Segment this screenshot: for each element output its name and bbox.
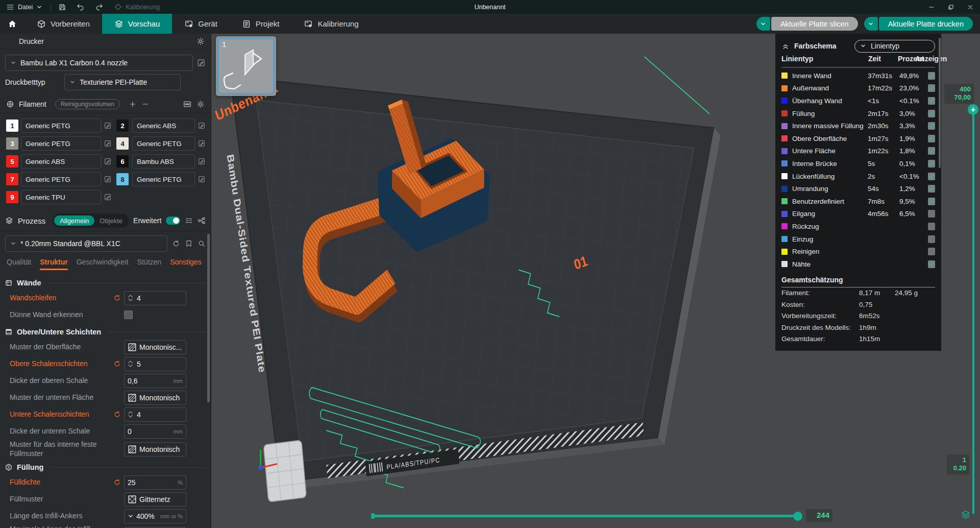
filament-select-7[interactable]: Generic PETG <box>21 172 101 186</box>
legend-visibility-checkbox[interactable] <box>928 185 935 193</box>
legend-visibility-checkbox[interactable] <box>928 135 935 142</box>
filament-slot-3[interactable]: 3 <box>6 137 18 150</box>
printer-settings-gear-icon[interactable] <box>197 37 205 45</box>
file-menu-button[interactable]: Datei <box>0 0 48 14</box>
input-dicke-der-oberen-schale[interactable]: 0,6mm <box>124 374 186 388</box>
legend-visibility-checkbox[interactable] <box>928 122 935 130</box>
legend-visibility-checkbox[interactable] <box>928 97 935 105</box>
parameter-tree-icon[interactable] <box>198 217 206 225</box>
edit-filament-icon[interactable] <box>104 157 112 165</box>
edit-filament-icon[interactable] <box>104 139 112 148</box>
bed-type-select[interactable]: Texturierte PEI-Platte <box>64 74 181 90</box>
collapse-panel-icon[interactable] <box>781 42 790 50</box>
spin-down-icon[interactable] <box>128 415 134 418</box>
filament-select-5[interactable]: Generic ABS <box>21 154 101 169</box>
input-fülldichte[interactable]: 25% <box>124 475 186 490</box>
input-muster-der-unteren-fläche[interactable]: Monotonisch <box>124 391 186 405</box>
reset-to-default-icon[interactable] <box>113 411 121 418</box>
legend-visibility-checkbox[interactable] <box>928 260 935 268</box>
process-tab-sonstiges[interactable]: Sonstiges <box>170 258 201 270</box>
redo-button[interactable] <box>90 0 108 14</box>
filament-slot-1[interactable]: 1 <box>6 119 18 132</box>
legend-visibility-checkbox[interactable] <box>928 198 935 205</box>
tab-projekt[interactable]: Projekt <box>230 14 292 34</box>
input-länge-des-infill-ankers[interactable]: 400%mm or % <box>124 509 186 523</box>
save-project-button[interactable] <box>53 0 71 14</box>
filament-slot-7[interactable]: 7 <box>6 173 18 185</box>
slice-options-button[interactable] <box>756 17 770 31</box>
input-dicke-der-unteren-schale[interactable]: 0mm <box>124 424 186 439</box>
process-tab-qualität[interactable]: Qualität <box>7 258 31 270</box>
print-options-button[interactable] <box>864 17 878 31</box>
process-tab-geschwindigkeit[interactable]: Geschwindigkeit <box>77 258 129 270</box>
filament-select-8[interactable]: Generic PETG <box>132 172 195 186</box>
filament-select-6[interactable]: Bambu ABS <box>132 154 195 169</box>
spinner-arrows[interactable] <box>128 411 134 418</box>
filament-slot-2[interactable]: 2 <box>116 119 129 132</box>
calibration-toolbar-button[interactable]: Kalibrierung <box>108 0 166 14</box>
reset-preset-icon[interactable] <box>172 239 180 248</box>
process-tab-struktur[interactable]: Struktur <box>40 258 67 270</box>
filament-settings-gear-icon[interactable] <box>197 100 205 108</box>
process-tab-stützen[interactable]: Stützen <box>137 258 161 270</box>
input-wandschleifen[interactable]: 4 <box>124 291 186 305</box>
sidebar-scrollbar[interactable] <box>207 234 210 402</box>
filament-select-4[interactable]: Generic PETG <box>132 136 195 151</box>
edit-filament-icon[interactable] <box>104 175 112 183</box>
legend-visibility-checkbox[interactable] <box>928 223 935 230</box>
legend-visibility-checkbox[interactable] <box>928 84 935 92</box>
tab-gerät[interactable]: Gerät <box>172 14 230 34</box>
input-muster-für-das-interne-feste-füllmuster[interactable]: Monotonisch <box>124 442 186 457</box>
compare-presets-icon[interactable] <box>185 217 193 225</box>
close-button[interactable] <box>961 0 980 14</box>
restore-button[interactable] <box>941 0 961 14</box>
toggle-objects[interactable]: Objekte <box>94 217 128 225</box>
filament-slot-8[interactable]: 8 <box>116 173 129 185</box>
input-obere-schalenschichten[interactable]: 5 <box>124 357 186 371</box>
preview-viewport[interactable]: PLA/ABS/TPU/PC <box>211 34 980 528</box>
edit-filament-icon[interactable] <box>198 122 206 130</box>
legend-visibility-checkbox[interactable] <box>928 147 935 155</box>
add-filament-icon[interactable] <box>129 100 137 108</box>
filament-select-9[interactable]: Generic TPU <box>21 190 101 204</box>
legend-visibility-checkbox[interactable] <box>928 248 935 255</box>
edit-filament-icon[interactable] <box>198 139 206 148</box>
filament-slot-6[interactable]: 6 <box>116 155 129 167</box>
edit-printer-icon[interactable] <box>197 58 206 67</box>
input-muster-der-oberfläche[interactable]: Monotonisc... <box>124 340 186 354</box>
spinner-arrows[interactable] <box>128 360 134 368</box>
spin-up-icon[interactable] <box>128 294 134 298</box>
filament-select-3[interactable]: Generic PETG <box>21 136 101 151</box>
tab-vorbereiten[interactable]: Vorbereiten <box>24 14 102 34</box>
slice-plate-button[interactable]: Aktuelle Platte slicen <box>771 17 858 31</box>
input-untere-schalenschichten[interactable]: 4 <box>124 407 186 422</box>
filament-select-1[interactable]: Generic PETG <box>21 118 101 133</box>
legend-visibility-checkbox[interactable] <box>928 110 935 117</box>
plate-thumbnail[interactable]: 1 <box>216 36 276 96</box>
tab-kalibrierung[interactable]: Kalibrierung <box>291 14 371 34</box>
process-preset-select[interactable]: * 0.20mm Standard @BBL X1C <box>5 235 167 252</box>
advanced-toggle[interactable] <box>166 217 180 225</box>
move-slider-track[interactable] <box>372 515 798 517</box>
spin-up-icon[interactable] <box>128 360 134 364</box>
checkbox-dünne-wand-erkennen[interactable] <box>124 310 133 319</box>
home-button[interactable] <box>0 14 24 34</box>
legend-visibility-checkbox[interactable] <box>928 160 935 167</box>
undo-button[interactable] <box>71 0 90 14</box>
save-preset-icon[interactable] <box>185 239 193 248</box>
layer-slider-track[interactable] <box>972 114 974 514</box>
spinner-arrows[interactable] <box>128 294 134 302</box>
edit-filament-icon[interactable] <box>104 122 112 130</box>
minimize-button[interactable] <box>922 0 941 14</box>
spin-down-icon[interactable] <box>128 364 134 368</box>
layer-slider-handle[interactable]: + <box>968 104 978 115</box>
edit-filament-icon[interactable] <box>104 193 112 201</box>
input-füllmuster[interactable]: Gitternetz <box>124 492 186 507</box>
filament-slot-4[interactable]: 4 <box>116 137 129 150</box>
printer-select[interactable]: Bambu Lab X1 Carbon 0.4 nozzle <box>5 55 193 71</box>
filament-select-2[interactable]: Generic ABS <box>132 118 195 133</box>
reset-to-default-icon[interactable] <box>113 360 121 368</box>
spin-up-icon[interactable] <box>128 411 134 414</box>
print-plate-button[interactable]: Aktuelle Platte drucken <box>879 17 973 31</box>
legend-visibility-checkbox[interactable] <box>928 210 935 218</box>
